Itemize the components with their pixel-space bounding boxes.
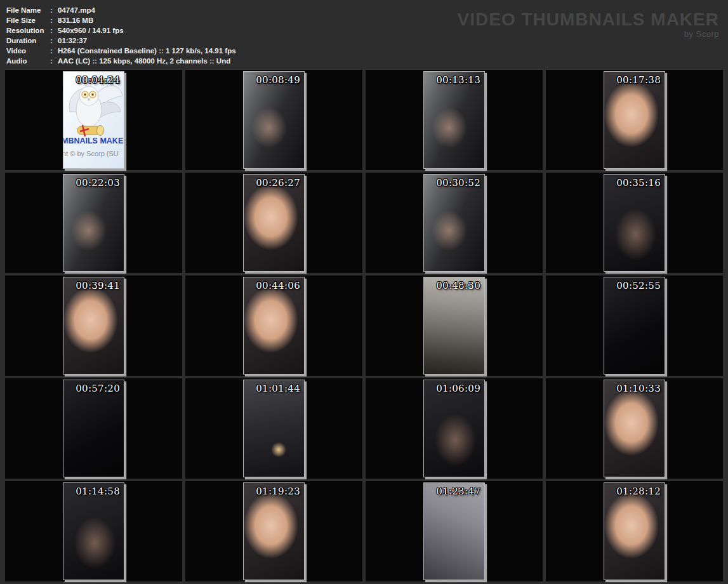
thumb-cell: 00:48:30 — [366, 275, 543, 376]
file-info-label: File Name — [6, 5, 50, 15]
video-thumbnail: 00:13:13 — [423, 71, 485, 169]
thumb-cell: 00:44:06 — [185, 275, 362, 376]
thumb-cell: 00:08:49 — [185, 70, 362, 170]
timestamp-label: 00:52:55 — [616, 280, 661, 291]
file-info-separator: : — [50, 46, 58, 56]
video-thumbnail: 01:01:44 — [243, 380, 305, 477]
file-info-row: Duration : 01:32:37 — [6, 36, 236, 46]
timestamp-label: 00:13:13 — [436, 74, 480, 86]
timestamp-label: 00:48:30 — [436, 280, 480, 291]
thumb-cell: 00:52:55 — [546, 275, 723, 376]
thumb-cell: 00:39:41 — [5, 275, 182, 376]
video-thumbnail: 00:22:03 — [63, 174, 124, 272]
video-thumbnail: 00:17:38 — [604, 71, 665, 169]
app-watermark-subtitle: by Scorp — [458, 29, 719, 39]
app-watermark: VIDEO THUMBNAILS MAKER by Scorp — [458, 11, 719, 39]
file-info-row: Audio : AAC (LC) :: 125 kbps, 48000 Hz, … — [6, 56, 236, 66]
logo-brand-text: MBNAILS MAKER 8 — [63, 136, 124, 145]
timestamp-label: 00:22:03 — [76, 177, 120, 189]
thumb-cell: 00:13:13 — [366, 70, 543, 170]
thumb-cell: 00:30:52 — [366, 173, 543, 273]
timestamp-label: 01:06:09 — [436, 383, 480, 394]
file-info-value: 01:32:37 — [58, 36, 87, 46]
thumb-cell: 01:23:47 — [366, 481, 543, 581]
timestamp-label: 00:26:27 — [256, 177, 300, 189]
thumb-cell: 00:17:38 — [546, 70, 723, 170]
file-info-value: 540x960 / 14.91 fps — [58, 25, 124, 36]
file-metadata: File Name : 04747.mp4 File Size : 831.16… — [6, 5, 236, 66]
timestamp-label: 01:19:23 — [256, 486, 300, 497]
timestamp-label: 01:28:12 — [616, 486, 661, 497]
video-thumbnail: 00:48:30 — [423, 277, 485, 375]
thumb-cell: MBNAILS MAKER 8 nt © by Scorp (SU 00:04:… — [5, 70, 182, 170]
timestamp-label: 00:30:52 — [436, 177, 480, 189]
thumb-cell: 00:22:03 — [5, 173, 182, 273]
video-thumbnail: 01:14:58 — [63, 482, 124, 580]
file-info-label: Resolution — [6, 25, 50, 36]
file-info-row: Resolution : 540x960 / 14.91 fps — [6, 25, 236, 36]
file-info-separator: : — [50, 56, 58, 66]
file-info-row: File Name : 04747.mp4 — [6, 5, 236, 15]
thumb-cell: 01:10:33 — [546, 378, 723, 479]
app-watermark-title: VIDEO THUMBNAILS MAKER — [458, 11, 719, 28]
timestamp-label: 00:44:06 — [256, 280, 300, 291]
file-info-row: Video : H264 (Constrained Baseline) :: 1… — [6, 46, 236, 56]
video-thumbnail: 00:26:27 — [243, 174, 305, 272]
file-info-value: AAC (LC) :: 125 kbps, 48000 Hz, 2 channe… — [58, 56, 230, 66]
file-info-value: H264 (Constrained Baseline) :: 1 127 kb/… — [58, 46, 236, 56]
video-thumbnail: 00:35:16 — [604, 174, 665, 272]
video-thumbnail: 00:30:52 — [423, 174, 485, 272]
video-thumbnail: 01:28:12 — [604, 482, 665, 580]
timestamp-label: 00:04:24 — [76, 74, 120, 86]
thumb-cell: 01:01:44 — [185, 378, 362, 479]
video-thumbnail: 01:23:47 — [423, 482, 485, 580]
thumbnail-grid: MBNAILS MAKER 8 nt © by Scorp (SU 00:04:… — [5, 70, 723, 581]
timestamp-label: 01:14:58 — [76, 486, 120, 497]
thumb-cell: 00:35:16 — [546, 173, 723, 273]
file-info-label: Audio — [6, 56, 50, 66]
timestamp-label: 00:08:49 — [256, 74, 300, 86]
thumb-cell: 00:57:20 — [5, 378, 182, 479]
video-thumbnail: 01:06:09 — [423, 380, 485, 477]
timestamp-label: 00:17:38 — [616, 74, 661, 86]
thumb-cell: 01:19:23 — [185, 481, 362, 581]
video-thumbnail: 00:57:20 — [63, 380, 124, 477]
video-thumbnail: 00:08:49 — [243, 71, 305, 169]
owl-logo-icon — [63, 77, 124, 140]
logo-brand-main: MBNAILS MAKER — [63, 136, 124, 145]
thumb-cell: 01:28:12 — [546, 481, 723, 581]
video-thumbnail: 00:44:06 — [243, 277, 305, 375]
file-info-label: File Size — [6, 15, 50, 25]
thumb-cell: 01:06:09 — [366, 378, 543, 479]
info-header: File Name : 04747.mp4 File Size : 831.16… — [0, 0, 728, 70]
file-info-label: Video — [6, 46, 50, 56]
video-thumbnail-logo: MBNAILS MAKER 8 nt © by Scorp (SU 00:04:… — [63, 71, 124, 169]
file-info-separator: : — [50, 36, 58, 46]
video-thumbnail: 00:39:41 — [63, 277, 124, 375]
file-info-label: Duration — [6, 36, 50, 46]
file-info-value: 04747.mp4 — [58, 5, 95, 15]
file-info-separator: : — [50, 5, 58, 15]
file-info-value: 831.16 MB — [58, 15, 93, 25]
timestamp-label: 01:10:33 — [616, 383, 661, 394]
thumb-cell: 01:14:58 — [5, 481, 182, 581]
file-info-separator: : — [50, 25, 58, 36]
timestamp-label: 01:23:47 — [436, 486, 480, 497]
thumb-cell: 00:26:27 — [185, 173, 362, 273]
timestamp-label: 01:01:44 — [256, 383, 300, 394]
file-info-separator: : — [50, 15, 58, 25]
video-thumbnail: 01:19:23 — [243, 482, 305, 580]
logo-copyright-text: nt © by Scorp (SU — [63, 150, 124, 157]
timestamp-label: 00:39:41 — [76, 280, 120, 291]
video-thumbnail: 01:10:33 — [604, 380, 665, 477]
timestamp-label: 00:57:20 — [76, 383, 120, 394]
file-info-row: File Size : 831.16 MB — [6, 15, 236, 25]
video-thumbnail: 00:52:55 — [604, 277, 665, 375]
timestamp-label: 00:35:16 — [616, 177, 661, 189]
